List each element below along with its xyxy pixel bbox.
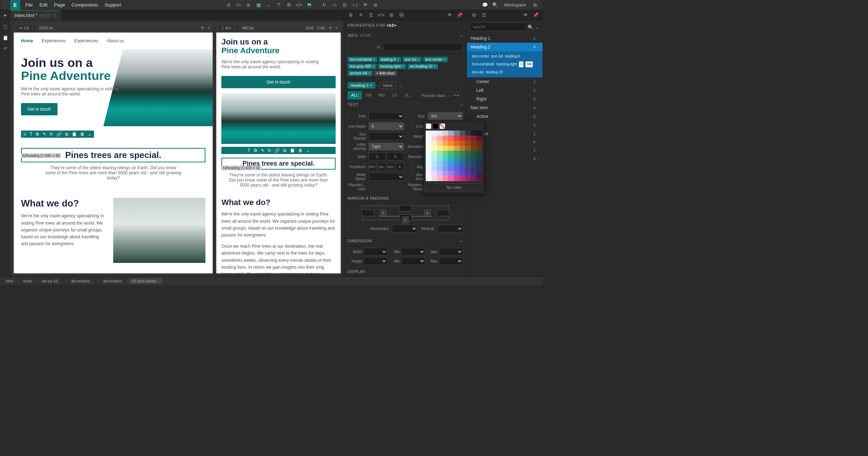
color-swatch[interactable] (460, 161, 465, 166)
sm-et-settings-icon[interactable]: ⚙ (252, 148, 259, 153)
sm-et-trash-icon[interactable]: 🗑 (297, 148, 304, 153)
inline-chip[interactable]: Inline (380, 82, 396, 89)
color-swatch[interactable] (448, 176, 454, 181)
color-swatch[interactable] (431, 176, 437, 181)
color-swatch[interactable] (426, 176, 431, 181)
color-swatch[interactable] (437, 141, 443, 146)
sm-what-p2[interactable]: Once we reach Pine trees at our destinat… (221, 243, 336, 273)
tree-eye-icon[interactable]: 👁 (521, 10, 530, 20)
color-swatch[interactable] (476, 141, 482, 146)
settings-icon[interactable]: ⚙ (284, 0, 294, 10)
desktop-icon[interactable]: ▭ (39, 13, 43, 18)
sm-et-edit-icon[interactable]: ✎ (260, 148, 265, 153)
color-swatch[interactable] (465, 161, 471, 166)
size-select[interactable]: 3XL (428, 112, 463, 120)
section-description[interactable]: They're some of the oldest leaving being… (44, 165, 182, 180)
color-swatch[interactable] (426, 171, 431, 176)
menu-edit[interactable]: Edit (39, 2, 47, 8)
color-swatch[interactable] (476, 136, 482, 141)
display-section-head[interactable]: DISPLAY (344, 267, 467, 276)
color-swatch[interactable] (471, 136, 477, 141)
et-settings-icon[interactable]: ⚙ (34, 132, 41, 137)
color-swatch[interactable] (465, 156, 471, 161)
crumb[interactable]: body (20, 278, 35, 284)
padding-right-handle[interactable]: ≡ (424, 210, 431, 216)
sm-what-title[interactable]: What we do? (221, 198, 336, 207)
color-swatch[interactable] (443, 161, 448, 166)
color-swatch[interactable] (465, 141, 471, 146)
class-tag[interactable]: sm:leading-10× (408, 64, 438, 69)
color-swatch[interactable] (471, 171, 477, 176)
nav-about[interactable]: About us (107, 38, 124, 43)
et-dup-icon[interactable]: ⧉ (64, 132, 69, 137)
color-swatch[interactable] (448, 161, 454, 166)
color-swatch[interactable] (454, 156, 460, 161)
color-swatch[interactable] (448, 141, 454, 146)
file-tab[interactable]: index.html * ▭ ▯ ▯ × (11, 10, 61, 20)
color-swatch[interactable] (476, 146, 482, 151)
color-swatch[interactable] (448, 146, 454, 151)
props-list-icon[interactable]: ☰ (366, 10, 376, 20)
et-text-icon[interactable]: T (29, 132, 33, 137)
no-color-button[interactable]: No color (426, 183, 482, 191)
color-swatch[interactable] (448, 136, 454, 141)
color-swatch[interactable] (454, 131, 460, 136)
width-select[interactable] (363, 248, 387, 256)
app-logo[interactable]: E (10, 0, 20, 10)
nav-home[interactable]: Home (21, 38, 33, 43)
tt-cap[interactable]: Abc (387, 163, 395, 171)
chevron-down-icon[interactable]: ⌄ (264, 0, 273, 10)
bp-tab-xl[interactable]: XL (401, 91, 413, 99)
color-swatch[interactable] (443, 166, 448, 171)
color-swatch[interactable] (454, 161, 460, 166)
text-tool-icon[interactable]: T (274, 0, 284, 10)
canvas-lg-body[interactable]: Home Experiences Experiences About us Jo… (14, 33, 213, 273)
tree-item[interactable]: Active0› (467, 112, 542, 121)
color-swatch[interactable] (426, 141, 431, 146)
sm-et-link-icon[interactable]: 🔗 (273, 148, 281, 153)
pinegrow-logo-icon[interactable]: ⬡ (0, 0, 10, 10)
tt-upper[interactable]: ABC (369, 163, 377, 171)
color-swatch[interactable] (471, 141, 477, 146)
opacity-select[interactable] (369, 132, 404, 140)
color-swatch[interactable] (426, 166, 431, 171)
color-swatch[interactable] (443, 171, 448, 176)
color-swatch[interactable] (465, 136, 471, 141)
zoom-in-icon[interactable]: ⊕ (244, 0, 253, 10)
tree-search-input[interactable] (470, 22, 526, 31)
tree-item[interactable]: Center1› (467, 77, 542, 86)
canvas-close-icon[interactable]: × (208, 26, 210, 30)
lineheight-select[interactable]: 8 (369, 122, 404, 130)
maxw-select[interactable] (439, 248, 463, 256)
element-toolbar[interactable]: ⁞⁞ T ⚙ ✎ ↻ 🔗 ⧉ 📋 🗑 ⌄ (21, 131, 94, 138)
swatch-white[interactable] (426, 123, 431, 129)
color-swatch[interactable] (426, 161, 431, 166)
style-italic[interactable]: A (387, 153, 404, 161)
chat-icon[interactable]: 💬 (480, 0, 490, 10)
menu-components[interactable]: Components (72, 2, 98, 8)
tree-search-chevron-icon[interactable]: ⌄ (535, 22, 540, 32)
color-swatch[interactable] (426, 131, 431, 136)
style-normal[interactable]: A (369, 153, 386, 161)
selector-chevron-icon[interactable]: ⌄ (397, 82, 404, 89)
minw-select[interactable] (401, 248, 425, 256)
color-swatch[interactable] (476, 151, 482, 156)
et-edit-icon[interactable]: ✎ (42, 132, 47, 137)
add-class-button[interactable]: + Add class (374, 71, 397, 76)
class-tag[interactable]: sm:text-4xl× (348, 71, 373, 76)
canvas-sm-edit-icon[interactable]: ✎ (329, 26, 332, 30)
selector-chip[interactable]: Heading 2 × (348, 82, 375, 89)
color-swatch[interactable] (437, 151, 443, 156)
color-swatch[interactable] (437, 146, 443, 151)
cols-label[interactable]: Cols (317, 26, 325, 30)
color-swatch[interactable] (460, 151, 465, 156)
color-swatch[interactable] (431, 146, 437, 151)
color-swatch[interactable] (454, 141, 460, 146)
color-swatch[interactable] (426, 146, 431, 151)
swatch-transparent[interactable] (439, 123, 445, 129)
color-swatch[interactable] (454, 166, 460, 171)
color-swatch[interactable] (460, 131, 465, 136)
color-swatch[interactable] (437, 171, 443, 176)
color-swatch[interactable] (471, 161, 477, 166)
color-picker-popup[interactable]: No color (423, 121, 485, 194)
